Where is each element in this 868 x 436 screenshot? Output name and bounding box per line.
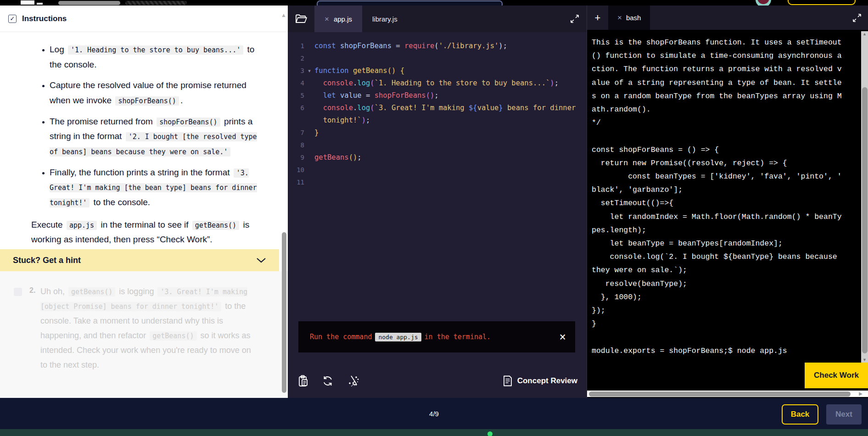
left-panel-scroll-up-arrow[interactable]: ▲ [281,12,286,18]
terminal-text: This is the shopForBeans function. It us… [592,36,858,358]
terminal-horizontal-scrollbar[interactable]: ▶ [587,391,868,397]
terminal-tab-label: bash [626,14,641,22]
clipboard-icon [298,375,309,387]
bottom-status-strip [0,429,868,436]
fold-gutter [304,102,314,114]
get-hint-toggle[interactable]: Stuck? Get a hint [0,249,279,271]
hint-label: Stuck? Get a hint [13,256,81,265]
format-code-button[interactable] [347,375,359,387]
reset-code-button[interactable] [322,375,334,387]
fold-gutter [304,139,314,151]
tab-label: app.js [334,15,352,23]
fold-gutter [304,52,314,65]
instructions-panel: ✓ Instructions Log '1. Heading to the st… [0,6,288,398]
terminal-horizontal-scrollbar-thumb[interactable] [589,391,851,397]
document-icon [503,375,513,386]
fold-gutter [304,40,314,52]
fold-arrow-icon[interactable]: ▾ [304,65,314,77]
copy-to-clipboard-button[interactable] [298,375,309,387]
terminal-vertical-scrollbar[interactable]: ▲ ▼ [861,31,868,363]
line-number: 1 [288,40,304,52]
broom-sparkle-icon [347,375,359,387]
inline-code: getBeans() [150,331,196,341]
notification-close-icon[interactable]: × [560,330,566,343]
topbar-upgrade-button[interactable] [788,0,856,5]
code-row: 5 let value = shopForBeans(); [288,89,587,102]
code-editor-panel: × app.js library.js 1const shopForBeans … [288,6,587,398]
close-icon[interactable]: × [617,14,622,22]
disabled-hint-section: 2. Uh oh, getBeans() is logging '3. Grea… [0,271,288,398]
concept-review-label: Concept Review [517,376,577,386]
notification-command-badge: node app.js [375,333,421,341]
terminal-panel: + × bash This is the shopForBeans functi… [587,6,868,398]
check-work-button[interactable]: Check Work [805,363,868,388]
lesson-pagination: 4/9 [0,398,868,429]
line-number: 11 [288,176,304,189]
fold-gutter [304,164,314,176]
status-dot [487,431,493,436]
code-editor[interactable]: 1const shopForBeans = require('./library… [288,32,587,189]
code-row: tonight!`); [288,114,587,127]
instructions-checkbox[interactable]: ✓ [8,15,17,23]
scroll-down-arrow[interactable]: ▼ [861,358,868,362]
folder-icon [295,14,307,24]
fold-gutter [304,114,314,127]
fold-gutter [304,127,314,139]
instruction-bullet: Log '1. Heading to the store to buy bean… [50,42,266,72]
inline-code: app.js [67,221,97,230]
fold-gutter [304,151,314,164]
notification-prefix: Run the command [310,333,372,341]
left-panel-scrollbar[interactable] [282,232,286,393]
fold-gutter [304,176,314,189]
expand-icon [852,13,862,22]
next-button[interactable]: Next [826,404,862,425]
close-icon[interactable]: × [325,15,329,23]
line-number: 2 [288,52,304,65]
code-row: 6 console.log(`3. Great! I'm making ${va… [288,102,587,114]
file-tree-toggle-button[interactable] [288,6,314,32]
tab-label: library.js [372,15,398,23]
code-line: tonight!`); [314,114,370,127]
concept-review-button[interactable]: Concept Review [503,375,577,386]
terminal-vertical-scrollbar-thumb[interactable] [862,87,868,353]
terminal-expand-button[interactable] [852,13,862,22]
code-row: 4 console.log(`1. Heading to the store t… [288,77,587,89]
line-number: 5 [288,89,304,102]
avatar-inner [757,0,769,4]
scroll-up-arrow[interactable]: ▲ [861,32,868,36]
hint-step-number: 2. [29,286,35,295]
instruction-bullet: Finally, the function prints a string in… [50,165,266,210]
line-number: 10 [288,164,304,176]
editor-notification-bar: Run the command node app.js in the termi… [298,321,575,352]
terminal-output[interactable]: This is the shopForBeans function. It us… [592,36,858,361]
tab-app-js[interactable]: × app.js [314,6,362,32]
tab-bash[interactable]: × bash [608,6,650,30]
editor-expand-button[interactable] [570,14,579,23]
hint-checkbox-placeholder [14,288,22,296]
code-row: 7} [288,127,587,139]
code-line: console.log(`1. Heading to the store to … [314,77,559,89]
line-number: 9 [288,151,304,164]
code-line: function getBeans() { [314,65,404,77]
code-line: let value = shopForBeans(); [314,89,439,102]
topbar-search-input[interactable] [317,0,503,6]
app-logo-icon[interactable] [21,0,34,5]
fold-gutter [304,89,314,102]
code-line: const shopForBeans = require('./library.… [314,40,507,52]
new-terminal-button[interactable]: + [587,6,608,30]
code-line: } [314,127,319,139]
app-logo-icon-fragment [37,3,43,5]
instruction-bullet: The promise returned from shopForBeans()… [50,114,266,159]
section-progress-bar-striped [125,1,187,5]
line-number: 3 [288,65,304,77]
terminal-tab-bar: + × bash [587,6,868,30]
back-button[interactable]: Back [782,404,818,425]
editor-bottom-toolbar: Concept Review [298,368,577,394]
tab-library-js[interactable]: library.js [362,6,408,32]
scroll-right-arrow[interactable]: ▶ [859,391,862,396]
chevron-down-icon [256,257,266,263]
instructions-body: Log '1. Heading to the store to buy bean… [0,32,288,247]
avatar[interactable] [756,0,771,6]
line-number: 4 [288,77,304,89]
notification-suffix: in the terminal. [425,333,491,341]
